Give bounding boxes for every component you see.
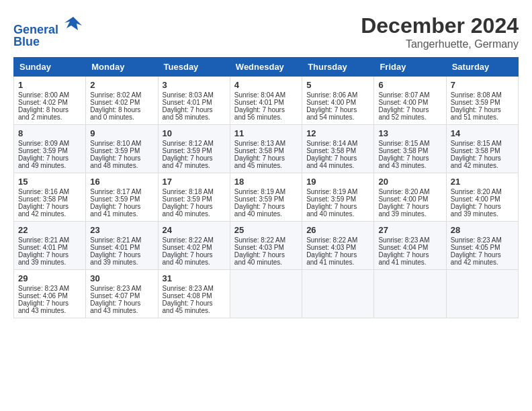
day-info: Sunset: 4:01 PM xyxy=(18,244,81,251)
day-info: Sunrise: 8:04 AM xyxy=(234,91,298,99)
day-info: Sunrise: 8:09 AM xyxy=(18,140,81,147)
day-info: Sunset: 3:59 PM xyxy=(306,195,369,203)
day-number: 3 xyxy=(163,80,226,90)
day-info: Sunrise: 8:21 AM xyxy=(18,236,81,244)
day-info: Sunrise: 8:08 AM xyxy=(451,91,514,99)
day-info: and 43 minutes. xyxy=(18,307,81,314)
day-info: Daylight: 7 hours xyxy=(234,203,298,210)
day-number: 22 xyxy=(18,225,81,235)
day-info: Daylight: 7 hours xyxy=(451,203,514,210)
day-number: 10 xyxy=(163,128,226,138)
day-info: Sunrise: 8:23 AM xyxy=(18,285,81,292)
day-info: and 44 minutes. xyxy=(306,162,369,169)
calendar-cell: 18Sunrise: 8:19 AMSunset: 3:59 PMDayligh… xyxy=(230,173,302,222)
calendar-cell: 17Sunrise: 8:18 AMSunset: 3:59 PMDayligh… xyxy=(158,173,230,222)
day-info: Daylight: 7 hours xyxy=(451,154,514,162)
day-info: and 42 minutes. xyxy=(451,162,514,169)
day-info: and 41 minutes. xyxy=(306,259,369,266)
weekday-header-saturday: Saturday xyxy=(446,58,518,77)
day-info: Sunset: 4:05 PM xyxy=(451,244,514,251)
day-info: and 40 minutes. xyxy=(234,210,298,218)
weekday-header-wednesday: Wednesday xyxy=(230,58,302,77)
day-number: 30 xyxy=(90,273,153,283)
day-info: Daylight: 7 hours xyxy=(306,203,369,210)
day-info: Daylight: 7 hours xyxy=(306,154,369,162)
calendar-week-4: 22Sunrise: 8:21 AMSunset: 4:01 PMDayligh… xyxy=(14,222,519,270)
day-number: 14 xyxy=(451,128,514,138)
calendar-cell: 24Sunrise: 8:22 AMSunset: 4:02 PMDayligh… xyxy=(158,222,230,270)
day-info: Daylight: 7 hours xyxy=(90,251,153,259)
calendar-cell: 15Sunrise: 8:16 AMSunset: 3:58 PMDayligh… xyxy=(14,173,86,222)
day-info: and 40 minutes. xyxy=(306,210,369,218)
day-info: Sunset: 4:03 PM xyxy=(234,244,298,251)
calendar-cell: 9Sunrise: 8:10 AMSunset: 3:59 PMDaylight… xyxy=(86,125,158,173)
day-number: 26 xyxy=(306,225,369,235)
day-info: Sunrise: 8:02 AM xyxy=(90,91,153,99)
day-info: Daylight: 7 hours xyxy=(378,251,441,259)
day-info: Daylight: 7 hours xyxy=(163,251,226,259)
weekday-header-monday: Monday xyxy=(86,58,158,77)
calendar-cell: 4Sunrise: 8:04 AMSunset: 4:01 PMDaylight… xyxy=(230,77,302,125)
day-info: Sunset: 4:01 PM xyxy=(163,99,226,106)
day-info: Sunrise: 8:19 AM xyxy=(306,188,369,195)
day-info: Daylight: 8 hours xyxy=(18,106,81,113)
day-info: Sunrise: 8:20 AM xyxy=(378,188,441,195)
day-info: Sunrise: 8:07 AM xyxy=(378,91,441,99)
day-number: 6 xyxy=(378,80,441,90)
day-info: Sunset: 3:59 PM xyxy=(163,147,226,154)
calendar-cell: 14Sunrise: 8:15 AMSunset: 3:58 PMDayligh… xyxy=(446,125,518,173)
month-title: December 2024 xyxy=(361,13,519,38)
day-info: Sunset: 4:07 PM xyxy=(90,292,153,300)
day-number: 18 xyxy=(234,177,298,187)
logo-bird-icon xyxy=(63,13,83,34)
day-info: Sunset: 3:59 PM xyxy=(163,195,226,203)
day-info: Sunrise: 8:00 AM xyxy=(18,91,81,99)
day-info: Sunset: 4:06 PM xyxy=(18,292,81,300)
calendar-cell: 16Sunrise: 8:17 AMSunset: 3:59 PMDayligh… xyxy=(86,173,158,222)
day-number: 20 xyxy=(378,177,441,187)
day-info: and 51 minutes. xyxy=(451,113,514,121)
day-number: 29 xyxy=(18,273,81,283)
weekday-header-tuesday: Tuesday xyxy=(158,58,230,77)
calendar-cell: 7Sunrise: 8:08 AMSunset: 3:59 PMDaylight… xyxy=(446,77,518,125)
day-info: and 45 minutes. xyxy=(163,307,226,314)
day-info: Daylight: 7 hours xyxy=(18,203,81,210)
calendar-cell: 21Sunrise: 8:20 AMSunset: 4:00 PMDayligh… xyxy=(446,173,518,222)
day-info: and 39 minutes. xyxy=(378,210,441,218)
day-info: Sunrise: 8:23 AM xyxy=(451,236,514,244)
day-number: 9 xyxy=(90,128,153,138)
calendar-week-3: 15Sunrise: 8:16 AMSunset: 3:58 PMDayligh… xyxy=(14,173,519,222)
day-info: Daylight: 7 hours xyxy=(18,300,81,307)
day-info: and 40 minutes. xyxy=(163,210,226,218)
day-info: Sunrise: 8:03 AM xyxy=(163,91,226,99)
day-info: Daylight: 7 hours xyxy=(90,300,153,307)
day-info: and 42 minutes. xyxy=(451,259,514,266)
day-info: and 39 minutes. xyxy=(90,259,153,266)
calendar-cell xyxy=(302,270,374,318)
day-info: and 41 minutes. xyxy=(90,210,153,218)
day-info: Sunrise: 8:13 AM xyxy=(234,140,298,147)
day-info: Sunset: 3:59 PM xyxy=(18,147,81,154)
day-info: and 43 minutes. xyxy=(378,162,441,169)
day-info: and 40 minutes. xyxy=(234,259,298,266)
day-info: and 52 minutes. xyxy=(378,113,441,121)
day-info: Sunrise: 8:23 AM xyxy=(163,285,226,292)
calendar-cell: 2Sunrise: 8:02 AMSunset: 4:02 PMDaylight… xyxy=(86,77,158,125)
logo-text: General xyxy=(13,13,83,38)
day-info: Sunset: 3:59 PM xyxy=(234,195,298,203)
day-info: Daylight: 7 hours xyxy=(451,251,514,259)
day-info: Sunset: 4:04 PM xyxy=(378,244,441,251)
day-info: Daylight: 7 hours xyxy=(163,203,226,210)
calendar-cell: 23Sunrise: 8:21 AMSunset: 4:01 PMDayligh… xyxy=(86,222,158,270)
day-info: Daylight: 8 hours xyxy=(90,106,153,113)
calendar-cell: 13Sunrise: 8:15 AMSunset: 3:58 PMDayligh… xyxy=(374,125,446,173)
day-info: Sunrise: 8:22 AM xyxy=(306,236,369,244)
calendar-cell: 3Sunrise: 8:03 AMSunset: 4:01 PMDaylight… xyxy=(158,77,230,125)
day-number: 28 xyxy=(451,225,514,235)
calendar-week-1: 1Sunrise: 8:00 AMSunset: 4:02 PMDaylight… xyxy=(14,77,519,125)
day-info: Daylight: 7 hours xyxy=(163,300,226,307)
day-number: 12 xyxy=(306,128,369,138)
location-title: Tangerhuette, Germany xyxy=(361,38,519,50)
day-info: and 45 minutes. xyxy=(234,162,298,169)
day-info: Daylight: 7 hours xyxy=(378,106,441,113)
